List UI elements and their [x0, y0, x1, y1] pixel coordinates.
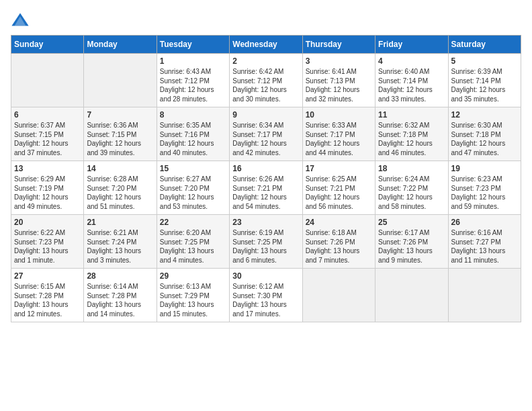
calendar-cell: 5Sunrise: 6:39 AM Sunset: 7:14 PM Daylig… [448, 54, 521, 107]
calendar-cell: 21Sunrise: 6:21 AM Sunset: 7:24 PM Dayli… [84, 215, 157, 269]
logo [11, 11, 32, 30]
day-info: Sunrise: 6:18 AM Sunset: 7:26 PM Dayligh… [306, 228, 372, 265]
calendar-cell: 6Sunrise: 6:37 AM Sunset: 7:15 PM Daylig… [11, 107, 84, 161]
calendar-cell: 22Sunrise: 6:20 AM Sunset: 7:25 PM Dayli… [157, 215, 229, 269]
day-info: Sunrise: 6:15 AM Sunset: 7:28 PM Dayligh… [14, 282, 81, 318]
day-info: Sunrise: 6:19 AM Sunset: 7:25 PM Dayligh… [232, 228, 299, 265]
day-number: 11 [378, 110, 445, 120]
calendar-cell: 12Sunrise: 6:30 AM Sunset: 7:18 PM Dayli… [448, 107, 521, 161]
calendar-cell: 2Sunrise: 6:42 AM Sunset: 7:12 PM Daylig… [230, 54, 302, 107]
calendar-cell: 26Sunrise: 6:16 AM Sunset: 7:27 PM Dayli… [448, 215, 521, 269]
day-number: 18 [378, 164, 445, 173]
day-number: 24 [306, 218, 372, 227]
calendar-week-1: 1Sunrise: 6:43 AM Sunset: 7:12 PM Daylig… [11, 54, 521, 107]
day-number: 25 [378, 218, 445, 227]
day-number: 30 [232, 271, 299, 281]
day-info: Sunrise: 6:23 AM Sunset: 7:23 PM Dayligh… [451, 175, 518, 211]
calendar-week-5: 27Sunrise: 6:15 AM Sunset: 7:28 PM Dayli… [11, 269, 521, 322]
day-number: 6 [14, 110, 81, 120]
day-number: 20 [14, 218, 81, 227]
day-info: Sunrise: 6:39 AM Sunset: 7:14 PM Dayligh… [451, 67, 518, 103]
day-number: 13 [14, 164, 81, 173]
day-number: 14 [87, 164, 153, 173]
calendar-cell: 30Sunrise: 6:12 AM Sunset: 7:30 PM Dayli… [230, 269, 302, 322]
day-number: 27 [14, 271, 81, 281]
day-info: Sunrise: 6:33 AM Sunset: 7:17 PM Dayligh… [306, 121, 372, 157]
day-info: Sunrise: 6:43 AM Sunset: 7:12 PM Dayligh… [160, 67, 226, 103]
calendar-cell: 11Sunrise: 6:32 AM Sunset: 7:18 PM Dayli… [375, 107, 448, 161]
calendar-cell: 24Sunrise: 6:18 AM Sunset: 7:26 PM Dayli… [302, 215, 375, 269]
calendar-cell: 18Sunrise: 6:24 AM Sunset: 7:22 PM Dayli… [375, 161, 448, 215]
calendar-cell: 23Sunrise: 6:19 AM Sunset: 7:25 PM Dayli… [230, 215, 302, 269]
day-info: Sunrise: 6:29 AM Sunset: 7:19 PM Dayligh… [14, 175, 81, 211]
page-header [11, 11, 521, 30]
day-info: Sunrise: 6:17 AM Sunset: 7:26 PM Dayligh… [378, 228, 445, 265]
day-number: 10 [306, 110, 372, 120]
calendar-cell: 28Sunrise: 6:14 AM Sunset: 7:28 PM Dayli… [84, 269, 157, 322]
column-header-tuesday: Tuesday [157, 36, 229, 54]
day-number: 7 [87, 110, 153, 120]
calendar-cell: 7Sunrise: 6:36 AM Sunset: 7:15 PM Daylig… [84, 107, 157, 161]
calendar-cell: 16Sunrise: 6:26 AM Sunset: 7:21 PM Dayli… [230, 161, 302, 215]
day-info: Sunrise: 6:24 AM Sunset: 7:22 PM Dayligh… [378, 175, 445, 211]
calendar-cell: 1Sunrise: 6:43 AM Sunset: 7:12 PM Daylig… [157, 54, 229, 107]
day-info: Sunrise: 6:16 AM Sunset: 7:27 PM Dayligh… [451, 228, 518, 265]
day-info: Sunrise: 6:22 AM Sunset: 7:23 PM Dayligh… [14, 228, 81, 265]
calendar-cell: 4Sunrise: 6:40 AM Sunset: 7:14 PM Daylig… [375, 54, 448, 107]
calendar-cell: 9Sunrise: 6:34 AM Sunset: 7:17 PM Daylig… [230, 107, 302, 161]
day-info: Sunrise: 6:28 AM Sunset: 7:20 PM Dayligh… [87, 175, 153, 211]
column-header-friday: Friday [375, 36, 448, 54]
day-info: Sunrise: 6:34 AM Sunset: 7:17 PM Dayligh… [232, 121, 299, 157]
day-info: Sunrise: 6:32 AM Sunset: 7:18 PM Dayligh… [378, 121, 445, 157]
day-info: Sunrise: 6:26 AM Sunset: 7:21 PM Dayligh… [232, 175, 299, 211]
day-number: 3 [306, 56, 372, 66]
calendar-cell: 3Sunrise: 6:41 AM Sunset: 7:13 PM Daylig… [302, 54, 375, 107]
calendar-cell: 20Sunrise: 6:22 AM Sunset: 7:23 PM Dayli… [11, 215, 84, 269]
calendar-cell: 19Sunrise: 6:23 AM Sunset: 7:23 PM Dayli… [448, 161, 521, 215]
day-info: Sunrise: 6:30 AM Sunset: 7:18 PM Dayligh… [451, 121, 518, 157]
calendar-cell: 13Sunrise: 6:29 AM Sunset: 7:19 PM Dayli… [11, 161, 84, 215]
calendar-cell [375, 269, 448, 322]
calendar-week-4: 20Sunrise: 6:22 AM Sunset: 7:23 PM Dayli… [11, 215, 521, 269]
day-number: 4 [378, 56, 445, 66]
calendar-cell [84, 54, 157, 107]
logo-icon [11, 11, 30, 30]
day-number: 9 [232, 110, 299, 120]
day-info: Sunrise: 6:35 AM Sunset: 7:16 PM Dayligh… [160, 121, 226, 157]
calendar-cell [448, 269, 521, 322]
day-number: 1 [160, 56, 226, 66]
day-info: Sunrise: 6:25 AM Sunset: 7:21 PM Dayligh… [306, 175, 372, 211]
calendar-cell: 8Sunrise: 6:35 AM Sunset: 7:16 PM Daylig… [157, 107, 229, 161]
day-number: 26 [451, 218, 518, 227]
day-number: 12 [451, 110, 518, 120]
calendar-week-3: 13Sunrise: 6:29 AM Sunset: 7:19 PM Dayli… [11, 161, 521, 215]
calendar-cell [11, 54, 84, 107]
column-header-saturday: Saturday [448, 36, 521, 54]
day-info: Sunrise: 6:20 AM Sunset: 7:25 PM Dayligh… [160, 228, 226, 265]
calendar-cell: 14Sunrise: 6:28 AM Sunset: 7:20 PM Dayli… [84, 161, 157, 215]
calendar-cell: 29Sunrise: 6:13 AM Sunset: 7:29 PM Dayli… [157, 269, 229, 322]
day-number: 16 [232, 164, 299, 173]
day-info: Sunrise: 6:37 AM Sunset: 7:15 PM Dayligh… [14, 121, 81, 157]
column-header-monday: Monday [84, 36, 157, 54]
day-number: 28 [87, 271, 153, 281]
calendar-week-2: 6Sunrise: 6:37 AM Sunset: 7:15 PM Daylig… [11, 107, 521, 161]
day-info: Sunrise: 6:14 AM Sunset: 7:28 PM Dayligh… [87, 282, 153, 318]
calendar-cell: 10Sunrise: 6:33 AM Sunset: 7:17 PM Dayli… [302, 107, 375, 161]
calendar-header-row: SundayMondayTuesdayWednesdayThursdayFrid… [11, 36, 521, 54]
day-number: 2 [232, 56, 299, 66]
day-info: Sunrise: 6:13 AM Sunset: 7:29 PM Dayligh… [160, 282, 226, 318]
day-info: Sunrise: 6:27 AM Sunset: 7:20 PM Dayligh… [160, 175, 226, 211]
day-number: 8 [160, 110, 226, 120]
day-number: 22 [160, 218, 226, 227]
calendar-cell: 27Sunrise: 6:15 AM Sunset: 7:28 PM Dayli… [11, 269, 84, 322]
calendar-cell [302, 269, 375, 322]
day-number: 21 [87, 218, 153, 227]
calendar-cell: 15Sunrise: 6:27 AM Sunset: 7:20 PM Dayli… [157, 161, 229, 215]
day-number: 15 [160, 164, 226, 173]
day-info: Sunrise: 6:36 AM Sunset: 7:15 PM Dayligh… [87, 121, 153, 157]
column-header-thursday: Thursday [302, 36, 375, 54]
day-number: 17 [306, 164, 372, 173]
day-number: 23 [232, 218, 299, 227]
calendar-cell: 25Sunrise: 6:17 AM Sunset: 7:26 PM Dayli… [375, 215, 448, 269]
